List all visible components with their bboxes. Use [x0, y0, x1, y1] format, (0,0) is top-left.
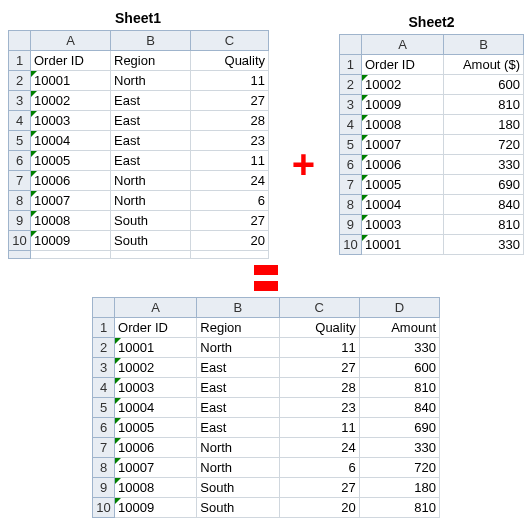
- cell[interactable]: North: [111, 71, 191, 91]
- col-header-A[interactable]: A: [115, 298, 197, 318]
- row-header[interactable]: 5: [339, 135, 361, 155]
- cell[interactable]: East: [111, 111, 191, 131]
- cell[interactable]: 10004: [31, 131, 111, 151]
- cell[interactable]: 600: [443, 75, 523, 95]
- cell[interactable]: 810: [443, 95, 523, 115]
- row-header[interactable]: 8: [93, 458, 115, 478]
- cell[interactable]: 10003: [31, 111, 111, 131]
- cell[interactable]: 330: [359, 338, 439, 358]
- cell[interactable]: 10005: [115, 418, 197, 438]
- cell[interactable]: 690: [443, 175, 523, 195]
- cell[interactable]: 690: [359, 418, 439, 438]
- cell[interactable]: 10002: [361, 75, 443, 95]
- header-cell[interactable]: Order ID: [31, 51, 111, 71]
- cell[interactable]: 27: [191, 91, 269, 111]
- cell[interactable]: North: [197, 338, 279, 358]
- cell[interactable]: 330: [443, 155, 523, 175]
- cell[interactable]: North: [197, 438, 279, 458]
- cell[interactable]: East: [111, 91, 191, 111]
- cell[interactable]: 10007: [115, 458, 197, 478]
- cell[interactable]: 10004: [361, 195, 443, 215]
- cell[interactable]: 10005: [31, 151, 111, 171]
- cell[interactable]: South: [111, 231, 191, 251]
- sheet2-grid[interactable]: AB1Order IDAmout ($)21000260031000981041…: [339, 34, 524, 255]
- select-all-corner[interactable]: [93, 298, 115, 318]
- row-header[interactable]: 7: [9, 171, 31, 191]
- row-header[interactable]: [9, 251, 31, 259]
- header-cell[interactable]: Quality: [191, 51, 269, 71]
- cell[interactable]: 180: [443, 115, 523, 135]
- cell[interactable]: 10003: [115, 378, 197, 398]
- cell[interactable]: East: [111, 131, 191, 151]
- cell[interactable]: [191, 251, 269, 259]
- cell[interactable]: East: [197, 378, 279, 398]
- cell[interactable]: South: [197, 478, 279, 498]
- cell[interactable]: 20: [191, 231, 269, 251]
- cell[interactable]: 10006: [31, 171, 111, 191]
- row-header[interactable]: 8: [9, 191, 31, 211]
- cell[interactable]: 810: [359, 378, 439, 398]
- cell[interactable]: 11: [279, 338, 359, 358]
- row-header[interactable]: 3: [339, 95, 361, 115]
- sheet1-bottom-grid[interactable]: ABCD1Order IDRegionQualityAmount210001No…: [92, 297, 440, 518]
- row-header[interactable]: 4: [93, 378, 115, 398]
- cell[interactable]: 20: [279, 498, 359, 518]
- row-header[interactable]: 4: [9, 111, 31, 131]
- cell[interactable]: 10001: [361, 235, 443, 255]
- col-header-C[interactable]: C: [279, 298, 359, 318]
- cell[interactable]: 28: [191, 111, 269, 131]
- cell[interactable]: 11: [191, 151, 269, 171]
- cell[interactable]: 23: [279, 398, 359, 418]
- cell[interactable]: 720: [359, 458, 439, 478]
- cell[interactable]: 27: [279, 478, 359, 498]
- row-header[interactable]: 1: [339, 55, 361, 75]
- cell[interactable]: East: [197, 398, 279, 418]
- select-all-corner[interactable]: [9, 31, 31, 51]
- cell[interactable]: [111, 251, 191, 259]
- header-cell[interactable]: Amount: [359, 318, 439, 338]
- row-header[interactable]: 7: [93, 438, 115, 458]
- cell[interactable]: 600: [359, 358, 439, 378]
- row-header[interactable]: 3: [93, 358, 115, 378]
- row-header[interactable]: 6: [9, 151, 31, 171]
- cell[interactable]: 11: [191, 71, 269, 91]
- cell[interactable]: 330: [443, 235, 523, 255]
- cell[interactable]: 10001: [31, 71, 111, 91]
- cell[interactable]: South: [197, 498, 279, 518]
- cell[interactable]: 10009: [361, 95, 443, 115]
- cell[interactable]: North: [111, 171, 191, 191]
- header-cell[interactable]: Region: [111, 51, 191, 71]
- header-cell[interactable]: Quality: [279, 318, 359, 338]
- cell[interactable]: 28: [279, 378, 359, 398]
- row-header[interactable]: 2: [9, 71, 31, 91]
- cell[interactable]: 10005: [361, 175, 443, 195]
- cell[interactable]: 10006: [361, 155, 443, 175]
- row-header[interactable]: 5: [93, 398, 115, 418]
- header-cell[interactable]: Region: [197, 318, 279, 338]
- cell[interactable]: 810: [359, 498, 439, 518]
- col-header-C[interactable]: C: [191, 31, 269, 51]
- cell[interactable]: [31, 251, 111, 259]
- row-header[interactable]: 6: [339, 155, 361, 175]
- cell[interactable]: 10009: [115, 498, 197, 518]
- row-header[interactable]: 6: [93, 418, 115, 438]
- cell[interactable]: East: [197, 418, 279, 438]
- row-header[interactable]: 1: [93, 318, 115, 338]
- cell[interactable]: 10008: [31, 211, 111, 231]
- header-cell[interactable]: Order ID: [115, 318, 197, 338]
- col-header-A[interactable]: A: [31, 31, 111, 51]
- cell[interactable]: 10004: [115, 398, 197, 418]
- cell[interactable]: 10007: [361, 135, 443, 155]
- cell[interactable]: 10002: [115, 358, 197, 378]
- row-header[interactable]: 10: [9, 231, 31, 251]
- header-cell[interactable]: Order ID: [361, 55, 443, 75]
- cell[interactable]: South: [111, 211, 191, 231]
- cell[interactable]: 10002: [31, 91, 111, 111]
- row-header[interactable]: 9: [93, 478, 115, 498]
- cell[interactable]: 23: [191, 131, 269, 151]
- cell[interactable]: 720: [443, 135, 523, 155]
- cell[interactable]: 10009: [31, 231, 111, 251]
- col-header-A[interactable]: A: [361, 35, 443, 55]
- cell[interactable]: 180: [359, 478, 439, 498]
- cell[interactable]: 24: [279, 438, 359, 458]
